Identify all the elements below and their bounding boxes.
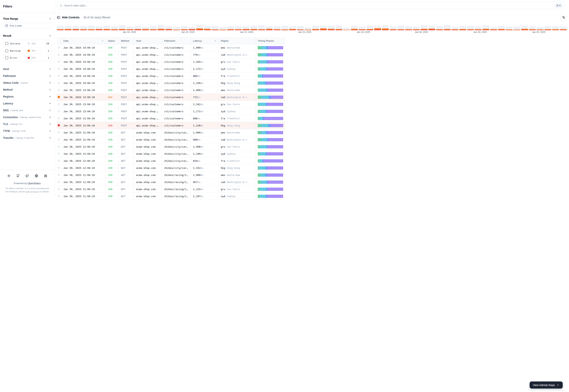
table-row[interactable]: Jan 30, 2025 14:04:10200POSTapi.acme-sho… xyxy=(57,65,284,72)
hide-controls-button[interactable]: Hide Controls xyxy=(57,16,80,19)
histogram-bar[interactable] xyxy=(227,26,234,30)
histogram-bar[interactable] xyxy=(150,26,157,30)
row-status-indicator xyxy=(58,46,60,49)
column-header-status[interactable]: Status xyxy=(106,38,119,44)
histogram-bar[interactable] xyxy=(96,26,102,30)
github-icon[interactable] xyxy=(16,174,20,177)
histogram-bar[interactable] xyxy=(65,26,71,30)
filter-label: TTFB xyxy=(3,129,10,133)
sidebar-filter-regions[interactable]: Regions xyxy=(3,93,51,100)
table-row[interactable]: Jan 30, 2025 12:04:10200GETacme-shop.com… xyxy=(57,136,284,143)
cell-region: sydSydney xyxy=(218,193,255,196)
twitter-icon[interactable] xyxy=(26,174,29,177)
table-row[interactable]: Jan 30, 2025 11:04:10200GETacme-shop.com… xyxy=(57,179,284,186)
histogram-bar[interactable] xyxy=(250,26,257,30)
histogram-bar[interactable] xyxy=(266,26,273,30)
column-header-region[interactable]: Region xyxy=(218,38,255,44)
table-row[interactable]: Jan 30, 2025 11:04:10200GETacme-shop.com… xyxy=(57,193,284,196)
column-header-timing-phases[interactable]: Timing Phases xyxy=(255,38,284,44)
result-option-warning[interactable]: Warning4xx1 xyxy=(3,47,51,54)
table-row[interactable]: Jan 30, 2025 14:04:10200POSTapi.acme-sho… xyxy=(57,58,284,65)
histogram-bar[interactable] xyxy=(235,26,242,30)
histogram-bar[interactable] xyxy=(111,26,118,30)
table-row[interactable]: Jan 30, 2025 14:04:10200POSTapi.acme-sho… xyxy=(57,72,284,80)
result-option-error[interactable]: Error5xx1 xyxy=(3,54,51,61)
table-row[interactable]: Jan 30, 2025 11:04:10200GETacme-shop.com… xyxy=(57,186,284,193)
openstatus-link[interactable]: OpenStatus xyxy=(28,182,41,185)
column-header-latency[interactable]: Latency xyxy=(191,38,218,44)
result-option-success[interactable]: Success2xx28 xyxy=(3,40,51,47)
histogram-bar[interactable] xyxy=(258,26,265,30)
table-row[interactable]: Jan 30, 2025 13:04:10404POSTapi.acme-sho… xyxy=(57,94,284,101)
sidebar-filter-host[interactable]: Host xyxy=(3,66,51,72)
table-row[interactable]: Jan 30, 2025 14:04:10200POSTapi.acme-sho… xyxy=(57,80,284,87)
checkbox[interactable] xyxy=(5,49,8,52)
table-row[interactable]: Jan 30, 2025 12:04:10200GETacme-shop.com… xyxy=(57,157,284,165)
column-header-date[interactable]: Date xyxy=(61,38,106,44)
histogram-bar[interactable] xyxy=(173,27,180,30)
histogram-bar[interactable] xyxy=(119,25,126,30)
checkbox[interactable] xyxy=(5,56,8,59)
checkbox[interactable] xyxy=(5,42,8,45)
histogram-bar[interactable] xyxy=(103,26,110,30)
histogram-bar[interactable] xyxy=(142,27,149,30)
column-header-method[interactable]: Method xyxy=(119,38,134,44)
histogram-bar[interactable] xyxy=(212,26,218,30)
histogram-bar[interactable] xyxy=(158,25,164,30)
cell-pathname: /bikes/racing/t… xyxy=(162,171,191,179)
table-row[interactable]: Jan 30, 2025 13:04:10200POSTapi.acme-sho… xyxy=(57,87,284,94)
result-header[interactable]: Result xyxy=(3,34,51,37)
histogram-bar[interactable] xyxy=(243,26,249,30)
table-row[interactable]: Jan 30, 2025 12:04:10200GETacme-shop.com… xyxy=(57,129,284,136)
row-status-indicator xyxy=(58,75,60,77)
histogram-bar[interactable] xyxy=(134,26,141,30)
command-icon[interactable] xyxy=(44,174,47,177)
sidebar-filter-latency[interactable]: Latency xyxy=(3,100,51,107)
table-row[interactable]: Jan 30, 2025 12:04:10200GETacme-shop.com… xyxy=(57,150,284,157)
histogram-bar[interactable] xyxy=(220,27,226,30)
column-header-pathname[interactable]: Pathname xyxy=(162,38,191,44)
search-input[interactable] xyxy=(64,4,284,7)
histogram-bar[interactable] xyxy=(204,26,211,30)
histogram-bar[interactable] xyxy=(189,27,195,30)
cell-host: api.acme-shop.… xyxy=(134,80,162,87)
date-picker-button[interactable]: Pick a date xyxy=(3,23,51,29)
cell-date: Jan 30, 2025 12:04:10 xyxy=(61,143,106,150)
histogram-bar[interactable] xyxy=(165,26,172,30)
column-header-host[interactable]: Host xyxy=(134,38,162,44)
sidebar-filter-ttfb[interactable]: TTFBtiming.ttfb xyxy=(3,127,51,134)
sidebar-filter-tls[interactable]: TLStiming.tls xyxy=(3,121,51,127)
open-issue-link[interactable]: open an issue xyxy=(26,190,39,193)
time-range-header[interactable]: Time Range xyxy=(3,17,51,20)
histogram-bar[interactable] xyxy=(80,26,87,30)
table-row[interactable]: Jan 30, 2025 13:04:10200POSTapi.acme-sho… xyxy=(57,108,284,115)
table-row[interactable]: Jan 30, 2025 13:04:10500POSTapi.acme-sho… xyxy=(57,122,284,129)
histogram-bar[interactable] xyxy=(281,26,284,30)
cell-host: acme-shop.com xyxy=(134,129,162,136)
cell-pathname: /bikes/racing/t… xyxy=(162,186,191,193)
table-row[interactable]: Jan 30, 2025 12:04:10200GETacme-shop.com… xyxy=(57,165,284,171)
sidebar-filter-status-code[interactable]: Status Codestatus xyxy=(3,79,51,86)
histogram-bar[interactable] xyxy=(72,26,79,30)
table-row[interactable]: Jan 30, 2025 12:04:10200GETacme-shop.com… xyxy=(57,143,284,150)
table-row[interactable]: Jan 30, 2025 13:04:10200POSTapi.acme-sho… xyxy=(57,115,284,122)
sidebar-filter-method[interactable]: Method xyxy=(3,86,51,93)
histogram-bar[interactable] xyxy=(57,26,64,30)
table-row[interactable]: Jan 30, 2025 14:04:10200POSTapi.acme-sho… xyxy=(57,51,284,58)
histogram-bar[interactable] xyxy=(274,26,280,30)
cell-method: POST xyxy=(119,101,134,108)
table-row[interactable]: Jan 30, 2025 14:04:10200POSTapi.acme-sho… xyxy=(57,44,284,51)
histogram-bar[interactable] xyxy=(196,25,203,30)
sidebar-filter-transfer[interactable]: Transfertiming.transfer xyxy=(3,134,51,141)
table-row[interactable]: Jan 30, 2025 11:04:10200GETacme-shop.com… xyxy=(57,171,284,179)
sidebar-filter-pathname[interactable]: Pathname xyxy=(3,72,51,79)
globe-icon[interactable] xyxy=(35,174,38,177)
table-row[interactable]: Jan 30, 2025 13:04:10200POSTapi.acme-sho… xyxy=(57,101,284,108)
sidebar-filter-dns[interactable]: DNStiming.dns xyxy=(3,107,51,114)
sidebar-filter-connection[interactable]: Connectiontiming.connection xyxy=(3,114,51,121)
sun-icon[interactable] xyxy=(7,174,11,177)
histogram-bar[interactable] xyxy=(88,26,95,30)
histogram-bar[interactable] xyxy=(181,26,188,30)
row-status-indicator-cell xyxy=(57,87,61,94)
histogram-bar[interactable] xyxy=(126,26,133,30)
